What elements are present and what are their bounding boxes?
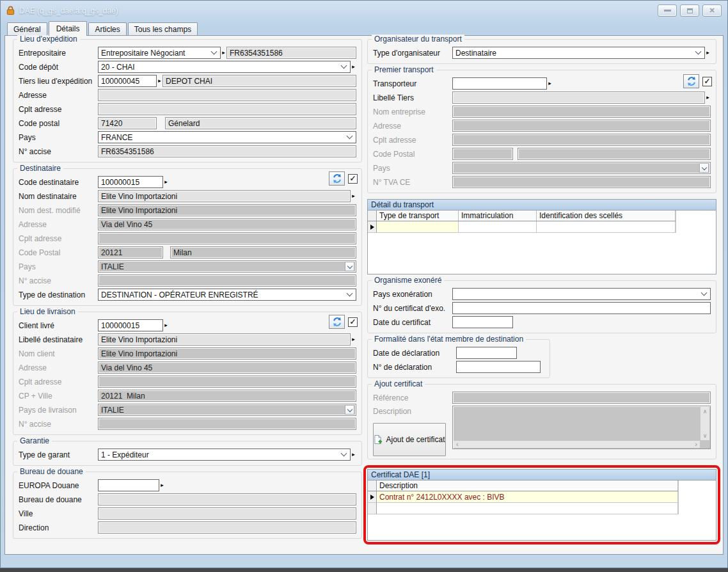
form-row: N° de déclaration: [373, 361, 544, 373]
ville-field: [98, 507, 356, 520]
certificat-exo-input[interactable]: [452, 302, 711, 314]
type-garant-select[interactable]: 1 - Expéditeur: [98, 449, 351, 461]
form-row: Code Postal 20121 Milan: [19, 246, 356, 258]
scroll-right-icon[interactable]: ›: [695, 441, 697, 448]
detail-arrow-icon[interactable]: ▸: [705, 47, 711, 59]
detail-arrow-icon[interactable]: ▸: [705, 91, 711, 104]
detail-arrow-icon[interactable]: ▸: [221, 47, 226, 59]
vertical-scrollbar[interactable]: ∧ ∨: [700, 407, 709, 440]
tab-general[interactable]: Général: [7, 22, 47, 35]
sync-button[interactable]: [329, 315, 345, 329]
chevron-down-icon: [347, 290, 353, 297]
detail-arrow-icon[interactable]: ▸: [351, 333, 356, 346]
code-destinataire-input[interactable]: 100000015: [98, 176, 163, 188]
table-row[interactable]: [368, 503, 678, 514]
group-title: Bureau de douane: [17, 467, 86, 477]
pays-select[interactable]: FRANCE: [98, 131, 356, 143]
form-row: Cplt adresse: [19, 103, 356, 115]
combo-dropdown-button[interactable]: [699, 163, 709, 173]
detail-arrow-icon[interactable]: ▸: [351, 449, 356, 461]
table-row[interactable]: Contrat n° 2412L0XXXX avec : BIVB: [368, 491, 678, 503]
ajout-body: Description Ajout de certificat: [373, 406, 711, 456]
minimize-icon: [664, 10, 671, 12]
titlebar[interactable]: DAE (q_gs_dae:a:q_gs_dae) ✕: [1, 1, 727, 20]
pays-exoneration-select[interactable]: [452, 288, 711, 300]
n-accise-label: N° accise: [19, 147, 98, 156]
detail-arrow-icon[interactable]: ▸: [157, 75, 162, 87]
detail-arrow-icon[interactable]: ▸: [159, 479, 165, 491]
cplt-adresse-label: Cplt adresse: [19, 234, 98, 243]
type-organisateur-select[interactable]: Destinataire: [452, 47, 705, 59]
group-ajout-certificat: Ajout certificat Référence Description: [367, 384, 716, 459]
ajout-left: Description Ajout de certificat: [373, 406, 452, 456]
table-cell[interactable]: [459, 221, 537, 233]
scroll-left-icon[interactable]: ‹: [456, 441, 459, 448]
table-cell-active[interactable]: [377, 221, 459, 233]
destinataire-sync-controls: ✓: [329, 171, 358, 186]
sync-button[interactable]: [683, 74, 699, 88]
auto-sync-checkbox[interactable]: ✓: [348, 174, 358, 184]
description-textarea[interactable]: ∧ ∨ ‹ ›: [452, 406, 711, 449]
detail-arrow-icon[interactable]: ▸: [547, 77, 553, 90]
group-title: Organisme exonéré: [372, 276, 444, 285]
form-row: Entrepositaire Entrepositaire Négociant …: [19, 47, 356, 59]
tiers-lieu-input[interactable]: 100000045: [98, 75, 157, 87]
date-certificat-input[interactable]: [452, 316, 513, 328]
type-destination-select[interactable]: DESTINATION - OPÉRATEUR ENREGISTRÉ: [98, 289, 356, 301]
horizontal-scrollbar[interactable]: ‹ ›: [454, 441, 700, 448]
restore-button[interactable]: [680, 4, 699, 17]
certificat-description-cell[interactable]: Contrat n° 2412L0XXXX avec : BIVB: [377, 491, 678, 503]
form-row: N° TVA CE: [373, 176, 711, 188]
table-cell[interactable]: [537, 221, 676, 233]
transporteur-input[interactable]: [452, 77, 547, 90]
column-header[interactable]: Description: [377, 481, 678, 491]
table-row[interactable]: [368, 221, 676, 233]
detail-transport-grid: Détail du transport Type de transport Im…: [367, 199, 716, 274]
form-row: Type de garant 1 - Expéditeur ▸: [19, 449, 356, 461]
detail-arrow-icon[interactable]: ▸: [351, 190, 356, 202]
grid-title: Certificat DAE [1]: [368, 470, 716, 481]
reference-label: Référence: [373, 393, 452, 402]
tab-articles[interactable]: Articles: [88, 22, 126, 35]
scroll-down-icon[interactable]: ∨: [703, 433, 708, 439]
auto-sync-checkbox[interactable]: ✓: [702, 77, 712, 86]
close-button[interactable]: ✕: [702, 4, 722, 17]
lock-icon: [6, 6, 15, 15]
column-header[interactable]: Type de transport: [377, 211, 459, 221]
ajout-certificat-button[interactable]: Ajout de certificat: [373, 423, 446, 456]
group-organisme-exonere: Organisme exonéré Pays exonération N° du…: [367, 280, 716, 333]
combo-dropdown-button[interactable]: [345, 405, 354, 415]
tab-details[interactable]: Détails: [49, 21, 88, 36]
scroll-up-icon[interactable]: ∧: [703, 408, 708, 415]
column-header[interactable]: Immatriculation: [459, 211, 537, 221]
form-row: Code Postal: [373, 148, 711, 160]
form-row: Adresse: [373, 120, 711, 132]
form-row: Direction: [19, 521, 356, 534]
date-declaration-input[interactable]: [456, 347, 517, 359]
pays-exoneration-label: Pays exonération: [373, 290, 452, 299]
minimize-button[interactable]: [658, 4, 677, 17]
adresse-label: Adresse: [19, 91, 98, 100]
detail-arrow-icon[interactable]: ▸: [351, 61, 356, 73]
form-row: N° accise FR6354351586: [19, 145, 356, 157]
table-cell[interactable]: [377, 503, 678, 514]
chevron-down-icon: [695, 49, 702, 55]
form-row: Pays exonération: [373, 288, 711, 300]
auto-sync-checkbox[interactable]: ✓: [348, 317, 358, 327]
detail-arrow-icon[interactable]: ▸: [163, 176, 169, 188]
column-header[interactable]: Identification des scellés: [537, 211, 676, 221]
numero-declaration-input[interactable]: [456, 361, 541, 373]
combo-dropdown-button[interactable]: [345, 262, 354, 271]
entrepositaire-select[interactable]: Entrepositaire Négociant: [98, 47, 221, 59]
europa-douane-input[interactable]: [98, 479, 159, 491]
form-row: Adresse: [19, 89, 356, 101]
sync-button[interactable]: [329, 171, 345, 186]
adresse-label: Adresse: [19, 363, 98, 372]
window-title: DAE (q_gs_dae:a:q_gs_dae): [19, 6, 653, 15]
client-livre-input[interactable]: 100000015: [98, 319, 163, 331]
code-destinataire-label: Code destinataire: [19, 178, 98, 187]
code-depot-select[interactable]: 20 - CHAI: [98, 61, 351, 73]
tab-tous-les-champs[interactable]: Tous les champs: [128, 22, 198, 35]
detail-arrow-icon[interactable]: ▸: [163, 319, 169, 331]
nom-entreprise-label: Nom entreprise: [373, 107, 452, 116]
